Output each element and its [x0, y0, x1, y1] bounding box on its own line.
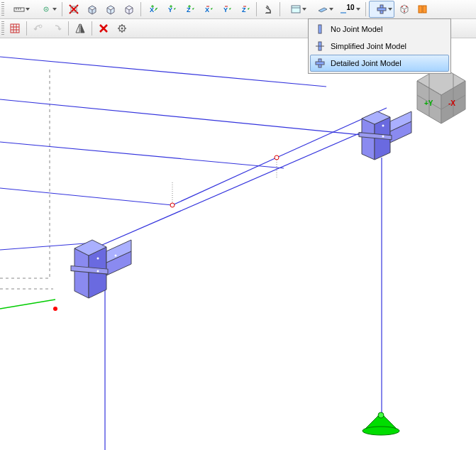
model-canvas: +Y -X — [0, 37, 476, 450]
svg-marker-16 — [229, 8, 231, 10]
toolbar-grip[interactable] — [1, 21, 4, 35]
menu-item-label: No Joint Model — [331, 25, 382, 33]
toolbar-separator — [62, 2, 62, 16]
toolbar-grip[interactable] — [1, 2, 4, 16]
svg-point-34 — [39, 25, 42, 28]
svg-point-61 — [382, 136, 384, 138]
orientation-cube: +Y -X — [417, 67, 465, 124]
box-view2-button[interactable] — [102, 1, 119, 18]
joint-none-icon — [314, 23, 326, 35]
svg-marker-18 — [248, 8, 250, 10]
menu-item-label: Detailed Joint Model — [331, 59, 402, 67]
svg-marker-14 — [211, 8, 213, 10]
chevron-down-icon — [302, 8, 306, 11]
view-minus-x-button[interactable]: X — [199, 1, 216, 18]
ruler-tool-button[interactable] — [6, 1, 32, 18]
plane-button[interactable] — [310, 1, 336, 18]
delete-button[interactable] — [95, 20, 112, 37]
svg-rect-28 — [423, 6, 426, 13]
svg-line-46 — [0, 99, 376, 136]
svg-rect-23 — [377, 8, 386, 11]
svg-point-57 — [275, 155, 279, 160]
svg-text:X: X — [150, 6, 154, 13]
toolbar-separator — [68, 21, 69, 35]
svg-point-63 — [97, 258, 99, 260]
svg-line-45 — [0, 57, 326, 87]
menu-item-simplified-joint[interactable]: Simplified Joint Model — [310, 38, 449, 55]
svg-point-60 — [382, 125, 384, 127]
hide-button[interactable] — [65, 1, 82, 18]
svg-point-67 — [362, 427, 399, 435]
svg-text:Y: Y — [168, 6, 172, 13]
svg-line-43 — [0, 300, 55, 309]
toolbar-separator — [256, 2, 257, 16]
svg-rect-27 — [419, 6, 422, 13]
svg-line-52 — [91, 129, 369, 250]
svg-marker-12 — [192, 8, 194, 10]
box-view1-button[interactable] — [84, 1, 101, 18]
mirror-button[interactable] — [72, 20, 89, 37]
grid-3d-button[interactable] — [396, 1, 413, 18]
svg-point-58 — [170, 203, 175, 207]
redo-button — [48, 20, 65, 37]
axis-y-label: +Y — [424, 99, 433, 107]
view-plus-x-button[interactable]: X — [144, 1, 161, 18]
svg-rect-19 — [265, 13, 271, 13]
svg-text:Z: Z — [242, 6, 246, 13]
joint-simple-icon — [314, 40, 326, 53]
svg-line-47 — [0, 142, 284, 168]
svg-rect-29 — [11, 24, 19, 33]
window-view-button[interactable] — [283, 1, 309, 18]
svg-text:X: X — [205, 6, 209, 13]
joint-detail-icon — [314, 57, 326, 70]
svg-point-26 — [404, 11, 405, 12]
main-toolbar: X Y Z X Y Z 10 — [0, 0, 476, 19]
svg-line-50 — [172, 158, 277, 205]
settings-button[interactable] — [114, 20, 131, 37]
panel-button[interactable] — [414, 1, 431, 18]
svg-point-24 — [402, 6, 403, 7]
svg-text:Z: Z — [187, 6, 191, 13]
svg-point-64 — [97, 270, 99, 273]
chevron-down-icon — [329, 8, 333, 11]
scale-10-button[interactable]: 10 — [337, 1, 362, 18]
svg-line-48 — [0, 188, 172, 205]
svg-rect-0 — [14, 8, 24, 11]
svg-point-65 — [115, 255, 117, 257]
toolbar-separator — [365, 2, 366, 16]
svg-rect-42 — [316, 62, 324, 65]
model-viewport[interactable]: +Y -X — [0, 37, 476, 450]
chevron-down-icon — [52, 8, 57, 11]
chevron-down-icon — [356, 8, 360, 11]
toolbar-separator — [92, 21, 92, 35]
view-plus-z-button[interactable]: Z — [181, 1, 198, 18]
svg-text:Y: Y — [223, 6, 228, 13]
red-grid-button[interactable] — [6, 20, 23, 37]
view-minus-y-button[interactable]: Y — [218, 1, 235, 18]
chevron-down-icon — [388, 8, 392, 11]
toolbar-separator — [140, 2, 141, 16]
toolbar-separator — [279, 2, 280, 16]
svg-point-5 — [45, 9, 47, 10]
undo-button — [30, 20, 47, 37]
svg-rect-20 — [292, 6, 300, 13]
menu-item-label: Simplified Joint Model — [331, 42, 406, 50]
chevron-down-icon — [26, 8, 30, 11]
joint-model-menu: No Joint Model Simplified Joint Model De… — [308, 18, 451, 74]
microscope-button[interactable] — [260, 1, 277, 18]
svg-point-44 — [53, 307, 57, 311]
svg-point-68 — [378, 412, 384, 418]
svg-point-37 — [121, 28, 123, 30]
svg-marker-10 — [174, 8, 176, 10]
box-view3-button[interactable] — [121, 1, 138, 18]
menu-item-no-joint[interactable]: No Joint Model — [310, 21, 449, 38]
point-tool-button[interactable] — [33, 1, 59, 18]
svg-rect-38 — [319, 25, 321, 33]
svg-point-25 — [406, 6, 407, 7]
scale-value: 10 — [346, 4, 354, 11]
view-plus-y-button[interactable]: Y — [162, 1, 179, 18]
menu-item-detailed-joint[interactable]: Detailed Joint Model — [310, 55, 449, 72]
toolbar-separator — [26, 21, 27, 35]
view-minus-z-button[interactable]: Z — [236, 1, 253, 18]
joint-model-button[interactable] — [369, 1, 394, 18]
